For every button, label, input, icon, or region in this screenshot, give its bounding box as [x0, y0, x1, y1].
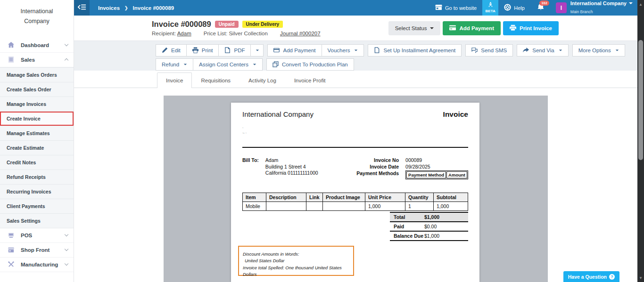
storefront-icon [435, 4, 442, 11]
sidebar-item-sales-settings[interactable]: Sales Settings [0, 214, 74, 228]
sidebar-item-recurring-invoices[interactable]: Recurring Invoices [0, 185, 74, 199]
bill-to-section: Bill To: Adam Building 1 Street 4 Califo… [242, 157, 468, 179]
toolbar-add-payment-button[interactable]: Add Payment [267, 44, 322, 56]
assign-cost-centers-dropdown-button[interactable]: Assign Cost Centers [193, 58, 263, 71]
pdf-button[interactable]: PDF [218, 44, 251, 56]
tab-invoice-profit[interactable]: Invoice Profit [285, 73, 334, 88]
sidebar-item-manage-sales-orders[interactable]: Manage Sales Orders [0, 68, 74, 82]
tools-icon [7, 260, 15, 269]
sidebar-item-dashboard[interactable]: Dashboard [0, 38, 74, 53]
sidebar-item-label: Shop Front [21, 247, 65, 253]
print-button[interactable]: Print [186, 44, 219, 56]
beta-button[interactable]: BETA [482, 0, 498, 16]
recipient-link[interactable]: Adam [177, 31, 191, 36]
under-delivery-status-badge: Under Delivery [242, 21, 283, 28]
sidebar-item-shop-front[interactable]: Shop Front [0, 243, 74, 258]
notification-count-badge: 102 [539, 0, 549, 6]
edit-button[interactable]: Edit [156, 44, 187, 56]
vertical-scrollbar[interactable]: ▲ ▼ [637, 0, 644, 282]
payment-methods-table: Payment Method Amount [405, 170, 468, 179]
sidebar-item-pos[interactable]: POS [0, 228, 74, 243]
sidebar-item-create-invoice[interactable]: Create Invoice [0, 112, 74, 126]
doc-company-address: . ., . [242, 124, 468, 135]
installment-agreement-button[interactable]: Set Up Installment Agreement [368, 44, 462, 56]
sidebar-item-manage-estimates[interactable]: Manage Estimates [0, 126, 74, 141]
tab-invoice[interactable]: Invoice [157, 73, 192, 88]
convert-to-production-plan-button[interactable]: Convert To Production Plan [266, 58, 354, 71]
topbar: Invoices ❯ Invoice #000089 Go to website… [74, 0, 637, 16]
topbar-right: Go to website BETA Help 102 [429, 0, 637, 16]
tab-activity-log[interactable]: Activity Log [239, 73, 285, 88]
invoice-totals: Total $1,000 Paid $0.00 Balance Due $1,0… [390, 212, 468, 241]
send-via-dropdown-button[interactable]: Send Via [517, 44, 568, 56]
sidebar-item-label: Sales [21, 57, 65, 63]
scrollbar-thumb[interactable] [638, 40, 643, 160]
chevron-down-icon [616, 49, 619, 51]
preview-gray-panel: International Company Invoice . ., . Bil… [164, 96, 548, 282]
vouchers-dropdown-button[interactable]: Vouchers [322, 44, 364, 56]
bill-to-label: Bill To: [242, 157, 259, 179]
account-info: International Company Main Branch [570, 0, 633, 15]
avatar: I [556, 2, 567, 13]
company-logo[interactable]: International Company [0, 0, 74, 33]
divider [242, 147, 468, 148]
sidebar-item-credit-notes[interactable]: Credit Notes [0, 155, 74, 170]
document-icon [374, 47, 380, 54]
notifications-button[interactable]: 102 [530, 0, 551, 16]
sidebar-item-manage-invoices[interactable]: Manage Invoices [0, 97, 74, 112]
pdf-dropdown-button[interactable] [250, 44, 264, 56]
chevron-down-icon [65, 262, 68, 266]
chevron-down-icon [430, 27, 434, 29]
scroll-down-arrow[interactable]: ▼ [637, 274, 644, 281]
sidebar-item-manufacturing[interactable]: Manufacturing [0, 258, 74, 272]
have-a-question-button[interactable]: Have a Question ? [563, 271, 619, 282]
sidebar-item-create-estimate[interactable]: Create Estimate [0, 141, 74, 155]
refund-dropdown-button[interactable]: Refund [156, 58, 193, 71]
home-icon [7, 41, 15, 49]
sidebar: International Company Dashboard Sales Ma… [0, 0, 74, 282]
help-link[interactable]: Help [498, 0, 530, 16]
more-options-dropdown-button[interactable]: More Options [572, 44, 625, 56]
rocket-icon [488, 2, 493, 9]
header-actions: Select Status Add Payment Print Invoice [388, 21, 559, 35]
collapse-sidebar-button[interactable] [74, 0, 90, 16]
select-status-button[interactable]: Select Status [388, 21, 441, 35]
sidebar-item-label: Manufacturing [21, 262, 65, 267]
total-row: Total $1,000 [390, 213, 468, 222]
pdf-file-icon [224, 47, 231, 54]
question-mark-icon: ? [609, 274, 615, 280]
breadcrumb-invoices[interactable]: Invoices [98, 5, 120, 11]
journal-link[interactable]: Journal #000207 [280, 31, 321, 36]
tab-requisitions[interactable]: Requisitions [192, 73, 239, 88]
pencil-icon [162, 47, 168, 54]
chevron-up-icon [65, 58, 68, 62]
chevron-down-icon [65, 42, 68, 46]
print-invoice-button[interactable]: Print Invoice [503, 21, 559, 35]
sidebar-item-create-sales-order[interactable]: Create Sales Order [0, 82, 74, 97]
invoice-number-value: 000089 [405, 157, 468, 163]
invoice-items-table: Item Description Link Product Image Unit… [242, 193, 468, 211]
send-sms-button[interactable]: Send SMS [465, 44, 513, 56]
sidebar-item-client-payments[interactable]: Client Payments [0, 199, 74, 214]
chevron-down-icon [65, 233, 68, 236]
paid-row: Paid $0.00 [390, 222, 468, 232]
scroll-up-arrow[interactable]: ▲ [637, 1, 644, 8]
credit-card-icon [449, 24, 456, 32]
unpaid-status-badge: Unpaid [215, 21, 239, 28]
add-payment-button[interactable]: Add Payment [443, 21, 501, 35]
sidebar-item-sales[interactable]: Sales [0, 53, 74, 67]
invoice-meta: Invoice No 000089 Invoice Date 09/28/202… [356, 157, 468, 179]
sidebar-item-refund-receipts[interactable]: Refund Receipts [0, 170, 74, 185]
items-header-row: Item Description Link Product Image Unit… [243, 193, 468, 202]
amount-in-words-box: Discount Amounts in Words: United States… [238, 246, 354, 276]
invoice-toolbar: Edit Print PDF [74, 40, 637, 71]
go-to-website-link[interactable]: Go to website [429, 0, 482, 16]
chevron-down-icon [256, 49, 259, 51]
account-menu[interactable]: I International Company Main Branch [551, 0, 637, 16]
invoice-preview-area: International Company Invoice . ., . Bil… [74, 88, 637, 282]
storefront-icon [7, 246, 15, 254]
chevron-down-icon [253, 64, 256, 65]
price-list-line: Price List: Silver Collection [204, 31, 268, 36]
doc-company-name: International Company [242, 110, 314, 118]
app-root: International Company Dashboard Sales Ma… [0, 0, 644, 282]
